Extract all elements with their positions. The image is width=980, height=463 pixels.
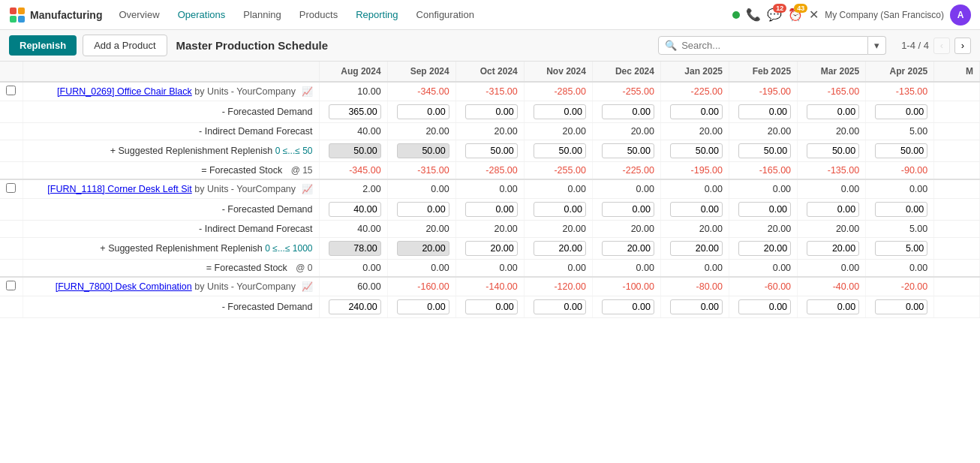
replenishment-input-2[interactable] xyxy=(738,241,791,256)
replenishment-input-2[interactable] xyxy=(465,241,518,256)
replenishment-input-2[interactable] xyxy=(602,241,654,256)
idf-apr: 5.00 xyxy=(866,123,934,140)
fs-dec: -225.00 xyxy=(592,162,660,180)
replenishment-input-2[interactable] xyxy=(807,241,859,256)
product-checkbox[interactable] xyxy=(6,183,16,193)
table-row: = Forecasted Stock @ 0 0.00 0.00 0.00 0.… xyxy=(0,260,980,278)
p2idf-dec: 20.00 xyxy=(592,221,660,238)
header-feb2025: Feb 2025 xyxy=(729,62,798,82)
fs-mar: -135.00 xyxy=(798,162,866,180)
nav-item-overview[interactable]: Overview xyxy=(111,6,167,23)
fs-feb: -165.00 xyxy=(729,162,798,180)
forecasted-demand-input[interactable] xyxy=(875,104,927,119)
product-link-3[interactable]: [FURN_7800] Desk Combination xyxy=(56,281,192,292)
search-input[interactable] xyxy=(681,40,861,51)
nav-item-planning[interactable]: Planning xyxy=(236,6,289,23)
forecasted-demand-input-3[interactable] xyxy=(738,299,791,314)
replenishment-input[interactable] xyxy=(875,143,927,158)
status-dot xyxy=(732,11,740,19)
replenishment-input[interactable] xyxy=(397,143,449,158)
p2fd-jan xyxy=(660,199,729,221)
p2sr-dec xyxy=(592,238,660,260)
product-checkbox-3[interactable] xyxy=(6,281,16,290)
p2fd-sep xyxy=(387,199,455,221)
p2sr-feb xyxy=(729,238,798,260)
p2-nov: 0.00 xyxy=(524,179,592,199)
forecasted-demand-input[interactable] xyxy=(670,104,723,119)
forecasted-demand-input-3[interactable] xyxy=(329,299,381,314)
forecasted-demand-input-3[interactable] xyxy=(397,299,449,314)
forecasted-demand-input[interactable] xyxy=(329,104,381,119)
chat-icon-button[interactable]: 💬 12 xyxy=(767,8,782,22)
replenishment-input-2[interactable] xyxy=(875,241,927,256)
replenishment-input[interactable] xyxy=(602,143,654,158)
replenishment-input-2[interactable] xyxy=(329,241,381,256)
product-val-aug: 10.00 xyxy=(319,82,387,101)
forecasted-demand-input-2[interactable] xyxy=(670,202,723,217)
forecasted-demand-input-3[interactable] xyxy=(465,299,518,314)
replenishment-input[interactable] xyxy=(329,143,381,158)
fd-more xyxy=(934,101,980,123)
chart-icon[interactable]: 📈 xyxy=(302,86,313,97)
forecasted-demand-input-3[interactable] xyxy=(875,299,927,314)
pagination-next-button[interactable]: › xyxy=(954,38,971,54)
product-val-apr: -135.00 xyxy=(866,82,934,101)
replenishment-input[interactable] xyxy=(738,143,791,158)
p2-mar: 0.00 xyxy=(798,179,866,199)
search-box: 🔍 xyxy=(658,36,868,55)
p3-jan: -80.00 xyxy=(660,277,729,296)
product-link[interactable]: [FURN_0269] Office Chair Black xyxy=(57,86,192,97)
forecasted-demand-input-2[interactable] xyxy=(738,202,791,217)
forecasted-demand-input-3[interactable] xyxy=(534,299,586,314)
p2idf-sep: 20.00 xyxy=(387,221,455,238)
nav-item-products[interactable]: Products xyxy=(292,6,345,23)
forecasted-demand-input-2[interactable] xyxy=(329,202,381,217)
forecasted-demand-input-2[interactable] xyxy=(875,202,927,217)
replenishment-input-2[interactable] xyxy=(670,241,723,256)
forecasted-demand-input-2[interactable] xyxy=(397,202,449,217)
forecasted-demand-input-2[interactable] xyxy=(807,202,859,217)
p2fd-nov xyxy=(524,199,592,221)
mps-table: Aug 2024 Sep 2024 Oct 2024 Nov 2024 Dec … xyxy=(0,62,980,318)
forecasted-demand-input-3[interactable] xyxy=(602,299,654,314)
forecasted-demand-input[interactable] xyxy=(397,104,449,119)
product-checkbox[interactable] xyxy=(6,86,16,95)
forecasted-demand-input-2[interactable] xyxy=(534,202,586,217)
phone-icon-button[interactable]: 📞 xyxy=(746,8,761,22)
forecasted-demand-input[interactable] xyxy=(738,104,791,119)
nav-item-configuration[interactable]: Configuration xyxy=(409,6,482,23)
add-product-button[interactable]: Add a Product xyxy=(83,35,167,56)
replenishment-input-2[interactable] xyxy=(534,241,586,256)
settings-icon-button[interactable]: ✕ xyxy=(809,8,819,22)
sr-nov xyxy=(524,140,592,162)
row-label-stock: = Forecasted Stock @ 15 xyxy=(23,162,319,180)
forecasted-demand-input[interactable] xyxy=(602,104,654,119)
pagination-prev-button[interactable]: ‹ xyxy=(933,38,950,54)
chart-icon-3[interactable]: 📈 xyxy=(302,281,313,292)
nav-item-reporting[interactable]: Reporting xyxy=(348,6,405,23)
forecasted-demand-input[interactable] xyxy=(534,104,586,119)
product-link-2[interactable]: [FURN_1118] Corner Desk Left Sit xyxy=(47,184,191,194)
nav-item-operations[interactable]: Operations xyxy=(170,6,233,23)
replenish-button[interactable]: Replenish xyxy=(9,35,77,56)
clock-icon-button[interactable]: ⏰ 43 xyxy=(788,8,803,22)
forecasted-demand-input-3[interactable] xyxy=(807,299,859,314)
replenishment-input-2[interactable] xyxy=(397,241,449,256)
user-avatar[interactable]: A xyxy=(950,5,971,26)
forecasted-demand-input-2[interactable] xyxy=(465,202,518,217)
replenishment-input[interactable] xyxy=(465,143,518,158)
fd-oct xyxy=(455,101,524,123)
forecasted-demand-input[interactable] xyxy=(465,104,518,119)
forecasted-demand-input-2[interactable] xyxy=(602,202,654,217)
header-apr2025: Apr 2025 xyxy=(866,62,934,82)
search-dropdown-button[interactable]: ▾ xyxy=(868,36,886,55)
replenishment-input[interactable] xyxy=(807,143,859,158)
p3fd-sep xyxy=(387,296,455,318)
app-logo[interactable]: Manufacturing xyxy=(9,7,102,23)
chart-icon-2[interactable]: 📈 xyxy=(302,184,313,194)
p2-aug: 2.00 xyxy=(319,179,387,199)
replenishment-input[interactable] xyxy=(534,143,586,158)
replenishment-input[interactable] xyxy=(670,143,723,158)
forecasted-demand-input[interactable] xyxy=(807,104,859,119)
forecasted-demand-input-3[interactable] xyxy=(670,299,723,314)
